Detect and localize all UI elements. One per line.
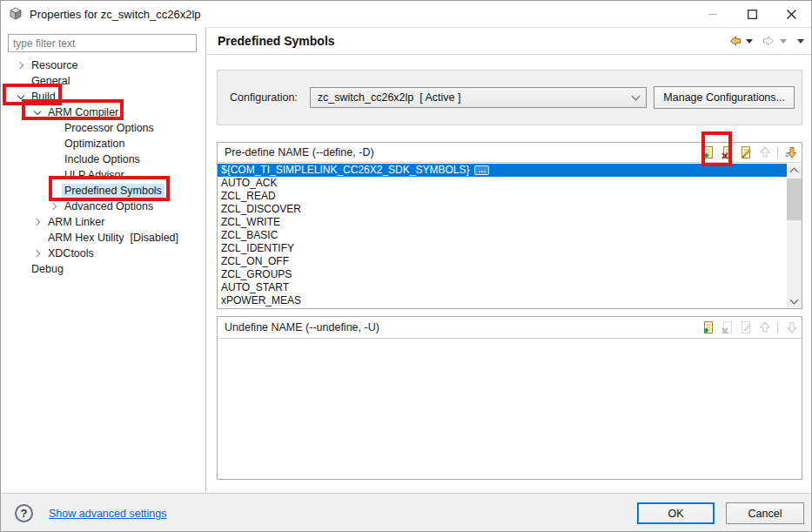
forward-arrow-icon[interactable]	[762, 34, 776, 48]
tree-item-resource[interactable]: Resource	[1, 57, 205, 73]
tree-item-label: Optimization	[62, 137, 127, 151]
configuration-select[interactable]: zc_switch_cc26x2lp [ Active ]	[310, 87, 648, 108]
view-menu-icon[interactable]	[797, 39, 804, 44]
delete-define-icon[interactable]	[719, 145, 734, 160]
filter-input[interactable]	[8, 34, 197, 52]
minimize-button[interactable]	[694, 1, 733, 27]
tree-item-label: ARM Linker	[45, 215, 107, 229]
tree-item-label: ARM Compiler	[45, 105, 121, 119]
predefine-item[interactable]: ZCL_ON_OFF	[218, 255, 787, 268]
move-down-icon[interactable]	[783, 145, 798, 160]
predefine-item-text: xPOWER_MEAS	[221, 294, 301, 307]
predefine-list: ${COM_TI_SIMPLELINK_CC26X2_SDK_SYMBOLS}……	[218, 164, 787, 308]
chevron-right-icon[interactable]	[13, 63, 29, 68]
tree-item-ulp-advisor[interactable]: ULP Advisor	[1, 167, 205, 183]
tree-item-predefined-symbols[interactable]: Predefined Symbols	[1, 183, 205, 199]
chevron-right-icon[interactable]	[46, 204, 62, 209]
close-button[interactable]	[772, 1, 811, 27]
add-undefine-icon[interactable]	[700, 320, 715, 335]
tree-item-arm-hex-utility-disabled[interactable]: ARM Hex Utility [Disabled]	[1, 230, 205, 246]
predefine-item[interactable]: ZCL_WRITE	[218, 216, 787, 229]
predefine-item[interactable]: ZCL_GROUPS	[218, 268, 787, 281]
chevron-right-icon[interactable]	[30, 219, 45, 225]
ellipsis-edit-icon[interactable]: …	[474, 165, 489, 175]
properties-dialog: Properties for zc_switch_cc26x2lp Resour…	[0, 0, 812, 532]
chevron-right-icon[interactable]	[30, 251, 45, 256]
tree-item-processor-options[interactable]: Processor Options	[1, 120, 205, 136]
add-define-icon[interactable]	[700, 145, 715, 160]
page-content: Configuration: zc_switch_cc26x2lp [ Acti…	[217, 55, 802, 493]
predefine-item-text: AUTO_START	[221, 281, 289, 294]
predefine-toolbar	[700, 145, 798, 160]
tree-item-label: Include Options	[62, 152, 143, 166]
configuration-group: Configuration: zc_switch_cc26x2lp [ Acti…	[217, 70, 802, 125]
undefine-header: Undefine NAME (--undefine, -U)	[218, 317, 802, 339]
window-title: Properties for zc_switch_cc26x2lp	[30, 8, 201, 21]
tree-item-advanced-options[interactable]: Advanced Options	[1, 199, 205, 214]
ok-button[interactable]: OK	[637, 502, 715, 524]
predefine-item-text: ZCL_ON_OFF	[221, 255, 289, 268]
predefine-item-text: ZCL_IDENTIFY	[221, 242, 294, 255]
help-icon[interactable]: ?	[15, 504, 33, 522]
tree-item-debug[interactable]: Debug	[1, 261, 205, 277]
move-up-icon	[757, 320, 772, 335]
undefine-list	[218, 340, 802, 479]
cancel-button[interactable]: Cancel	[726, 502, 804, 524]
move-down-icon	[783, 320, 798, 335]
tree-item-optimization[interactable]: Optimization	[1, 136, 205, 152]
tree-item-label: Debug	[29, 262, 66, 276]
tree-item-label: ULP Advisor	[62, 168, 127, 182]
back-arrow-icon[interactable]	[728, 34, 742, 48]
edit-undefine-icon	[738, 320, 753, 335]
app-cube-icon	[9, 7, 23, 21]
tree-item-arm-compiler[interactable]: ARM Compiler	[1, 104, 205, 120]
predefine-item[interactable]: xPOWER_MEAS	[218, 294, 787, 307]
scroll-up-icon[interactable]	[787, 164, 802, 177]
predefine-item-text: ZCL_DISCOVER	[221, 203, 301, 216]
tree-item-include-options[interactable]: Include Options	[1, 152, 205, 167]
undefine-panel: Undefine NAME (--undefine, -U)	[217, 316, 802, 480]
move-up-icon	[757, 145, 772, 160]
tree-item-label: General	[29, 74, 72, 88]
predefine-item[interactable]: ${COM_TI_SIMPLELINK_CC26X2_SDK_SYMBOLS}…	[218, 164, 787, 177]
predefine-item[interactable]: ZCL_READ	[218, 190, 787, 203]
tree-item-label: Build	[29, 90, 58, 104]
predefine-item[interactable]: ZCL_BASIC	[218, 229, 787, 242]
edit-define-icon[interactable]	[738, 145, 753, 160]
chevron-down-icon[interactable]	[13, 93, 29, 100]
predefine-item[interactable]: ZCL_IDENTIFY	[218, 242, 787, 255]
navigation-panel: ResourceGeneralBuildARM CompilerProcesso…	[1, 27, 206, 493]
tree-item-general[interactable]: General	[1, 73, 205, 89]
forward-history-dropdown-icon[interactable]	[780, 39, 787, 44]
tree-item-label: XDCtools	[45, 246, 97, 260]
scroll-down-icon[interactable]	[787, 295, 802, 308]
tree-item-build[interactable]: Build	[1, 89, 205, 104]
predefine-header: Pre-define NAME (--define, -D)	[218, 143, 802, 163]
predefine-scrollbar[interactable]	[787, 164, 802, 308]
configuration-value: zc_switch_cc26x2lp [ Active ]	[318, 91, 634, 104]
tree-item-label: Processor Options	[62, 121, 157, 135]
manage-configurations-button[interactable]: Manage Configurations...	[654, 86, 795, 109]
maximize-button[interactable]	[733, 1, 772, 27]
tree-item-label: Resource	[29, 58, 81, 72]
predefine-item[interactable]: AUTO_ACK	[218, 177, 787, 190]
tree-item-label: Predefined Symbols	[62, 184, 164, 198]
predefine-item[interactable]: AUTO_START	[218, 281, 787, 294]
scrollbar-thumb[interactable]	[787, 178, 802, 220]
configuration-label: Configuration:	[230, 91, 298, 104]
predefine-item[interactable]: ZCL_DISCOVER	[218, 203, 787, 216]
back-history-dropdown-icon[interactable]	[746, 39, 753, 44]
tree-item-label: ARM Hex Utility [Disabled]	[45, 231, 181, 245]
show-advanced-settings-link[interactable]: Show advanced settings	[49, 508, 167, 520]
page-title: Predefined Symbols	[218, 34, 335, 48]
predefine-item-text: ZCL_READ	[221, 190, 276, 203]
toolbar-separator	[777, 147, 778, 158]
tree-item-arm-linker[interactable]: ARM Linker	[1, 214, 205, 230]
predefine-item-text: ZCL_WRITE	[221, 216, 280, 229]
predefine-label: Pre-define NAME (--define, -D)	[225, 146, 374, 158]
undefine-toolbar	[700, 320, 798, 335]
chevron-down-icon[interactable]	[30, 109, 45, 116]
title-bar: Properties for zc_switch_cc26x2lp	[1, 1, 811, 27]
tree-item-xdctools[interactable]: XDCtools	[1, 246, 205, 261]
content-panel: Predefined Symbols Configuration: zc_swi…	[207, 27, 812, 493]
